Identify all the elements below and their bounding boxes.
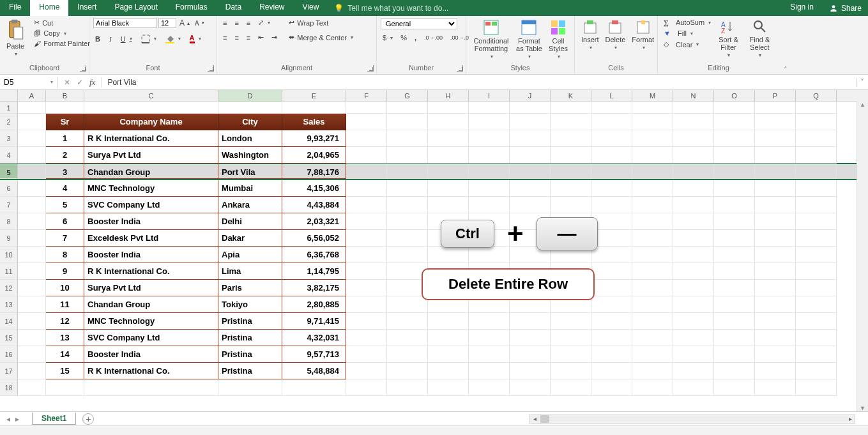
cell-sales[interactable]: 5,48,884 [282,363,346,379]
cell[interactable] [714,230,755,247]
cell[interactable] [714,313,755,330]
cell[interactable] [591,114,632,130]
enter-formula-button[interactable]: ✓ [77,78,83,87]
cell[interactable] [632,263,673,280]
col-K[interactable]: K [551,90,591,102]
cell-sr[interactable]: 9 [46,263,84,280]
alignment-dialog-launcher[interactable] [367,65,374,72]
cell-city[interactable]: Ankara [218,197,282,213]
cell-sr[interactable]: 2 [46,147,84,164]
cell[interactable] [18,114,46,130]
tab-view[interactable]: View [294,0,328,16]
cell[interactable] [591,247,632,263]
cell-sales[interactable]: 2,03,321 [282,213,346,230]
tab-pagelayout[interactable]: Page Layout [105,0,166,16]
cell[interactable] [796,102,837,114]
cell[interactable] [632,330,673,346]
cell-city[interactable]: Pristina [218,330,282,346]
cell[interactable] [591,263,632,280]
cell[interactable] [714,180,755,197]
cell[interactable] [632,147,673,164]
cell[interactable] [551,330,591,346]
cell[interactable] [591,379,632,396]
cell[interactable] [714,363,755,379]
cell[interactable] [510,363,551,379]
cell[interactable] [591,130,632,147]
cell[interactable] [591,280,632,296]
increase-decimal-button[interactable]: .0→.00 [422,34,445,42]
align-bottom-button[interactable]: ≡ [245,19,252,27]
cell[interactable] [714,296,755,313]
cell[interactable] [591,164,632,179]
col-P[interactable]: P [755,90,796,102]
cell-company[interactable]: R K International Co. [84,363,218,379]
cell[interactable] [551,180,591,197]
col-M[interactable]: M [632,90,673,102]
cancel-formula-button[interactable]: ✕ [64,78,70,87]
cell[interactable] [346,197,387,213]
cell[interactable] [510,330,551,346]
cell[interactable] [282,379,346,396]
cell[interactable] [591,147,632,164]
cell[interactable] [346,363,387,379]
cell[interactable] [84,102,218,114]
cell[interactable] [714,114,755,130]
cell[interactable] [387,330,428,346]
cell[interactable] [510,164,551,179]
cell-sr[interactable]: 10 [46,280,84,296]
cell[interactable] [796,263,837,280]
sort-filter-button[interactable]: AZ Sort & Filter▾ [714,18,743,59]
sheet-nav[interactable]: ◂▸ [0,415,26,424]
cell[interactable] [673,346,714,363]
share-button[interactable]: Share [823,0,868,16]
cell[interactable] [591,197,632,213]
row-header[interactable]: 10 [0,247,18,263]
align-center-button[interactable]: ≡ [232,33,240,42]
cell[interactable] [632,102,673,114]
col-G[interactable]: G [387,90,428,102]
find-select-button[interactable]: Find & Select▾ [744,18,775,59]
number-dialog-launcher[interactable] [457,65,463,72]
row-header[interactable]: 11 [0,263,18,280]
merge-center-button[interactable]: ⬌Merge & Center▾ [287,33,355,42]
cell[interactable] [469,130,510,147]
cell-city[interactable]: Dakar [218,230,282,247]
cell[interactable] [18,296,46,313]
cell[interactable] [673,296,714,313]
cell[interactable] [632,180,673,197]
cell-city[interactable]: Mumbai [218,180,282,197]
cell[interactable] [428,180,469,197]
cell[interactable] [18,230,46,247]
fx-icon[interactable]: fx [89,77,95,88]
cell-sales[interactable]: 9,57,713 [282,346,346,363]
format-cells-button[interactable]: Format▾ [629,18,657,52]
cell-city[interactable]: Lima [218,263,282,280]
cell[interactable] [346,296,387,313]
italic-button[interactable]: I [107,34,114,43]
cell[interactable] [469,180,510,197]
cell[interactable] [551,147,591,164]
cell-sr[interactable]: 15 [46,363,84,379]
cell[interactable] [510,102,551,114]
cell[interactable] [755,213,796,230]
cell[interactable] [469,346,510,363]
cell[interactable] [551,102,591,114]
col-J[interactable]: J [510,90,551,102]
cell[interactable] [632,197,673,213]
cell[interactable] [796,213,837,230]
cell[interactable] [18,147,46,164]
cell[interactable] [346,379,387,396]
cell[interactable] [346,180,387,197]
spreadsheet-grid[interactable]: A B C D E F G H I J K L M N O P Q 12 Sr … [0,90,868,396]
cell-company[interactable]: Chandan Group [84,296,218,313]
cell[interactable] [714,346,755,363]
cell-company[interactable]: Surya Pvt Ltd [84,280,218,296]
format-as-table-button[interactable]: Format as Table▾ [514,18,545,61]
cell[interactable] [755,197,796,213]
cell[interactable] [428,102,469,114]
font-size-input[interactable] [158,18,176,28]
cell-company[interactable]: Surya Pvt Ltd [84,147,218,164]
cell[interactable] [632,230,673,247]
header-sr[interactable]: Sr [46,114,84,130]
cell[interactable] [551,197,591,213]
